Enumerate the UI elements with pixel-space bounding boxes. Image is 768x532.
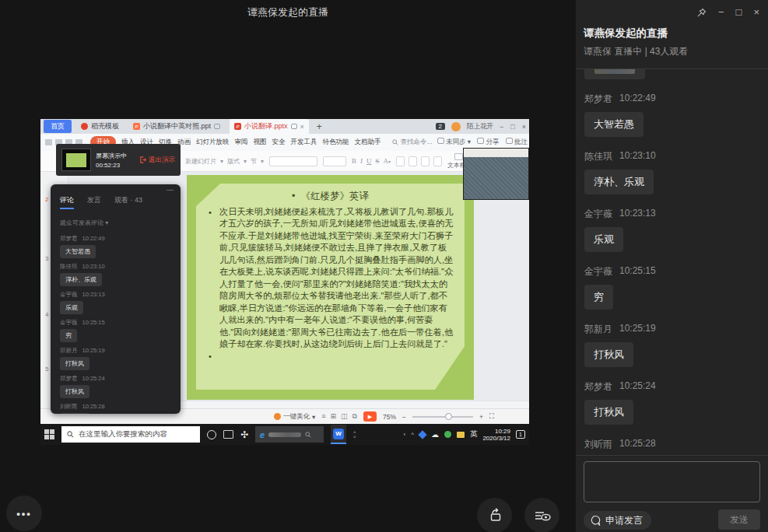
wps-active-tab[interactable]: P 小说翻译.pptx × <box>230 119 309 134</box>
taskbar-search-box[interactable]: 在这里输入你要搜索的内容 <box>61 426 200 443</box>
chat-bubble: 大智若愚 <box>584 112 644 137</box>
minimize-icon[interactable]: − <box>718 7 724 18</box>
zoom-out-icon[interactable]: − <box>402 413 406 421</box>
tray-app-icon[interactable] <box>418 430 426 439</box>
strikethrough-button[interactable]: S <box>376 157 380 165</box>
folder-tray-icon[interactable] <box>457 432 465 438</box>
chat-message-meta: 陈佳琪10:23:10 <box>584 150 759 163</box>
tab-close-icon[interactable]: × <box>300 123 304 131</box>
zoom-slider-knob[interactable] <box>445 413 452 420</box>
wps-maximize-icon[interactable]: □ <box>510 123 514 131</box>
ime-indicator[interactable]: 英 <box>470 429 478 439</box>
chat-message-meta: 刘昕雨10:25:28 <box>584 438 759 451</box>
beautify-button[interactable]: 一键美化 ▾ <box>274 412 315 422</box>
fullscreen-icon[interactable]: ⛶ <box>489 412 494 421</box>
task-view-icon[interactable] <box>223 430 233 439</box>
cloud-tray-icon[interactable]: ☁ <box>431 430 439 439</box>
cortana-icon[interactable] <box>207 430 216 439</box>
new-tab-button[interactable]: + <box>314 121 325 132</box>
share-button[interactable]: 分享 <box>477 138 499 147</box>
comment-permission[interactable]: 观众可发表评论 ▾ <box>60 219 171 227</box>
notification-center-icon[interactable]: 1 <box>516 430 525 439</box>
chat-sender-name: 金宇薇 <box>584 208 612 221</box>
view-read-icon[interactable]: ◫ <box>341 412 348 421</box>
send-button[interactable]: 发送 <box>718 509 760 530</box>
edge-search-box[interactable]: e <box>255 426 324 443</box>
wps-doc-tab[interactable]: P 小说翻译中英对照.ppt <box>128 120 225 133</box>
screen-share-video: 首页 稻壳模板 P 小说翻译中英对照.ppt P 小说翻译.pptx × + 2… <box>40 119 529 445</box>
rotate-screen-button[interactable] <box>477 498 512 532</box>
webcam-video <box>463 148 529 200</box>
slide-thumbnail-number[interactable]: 2 <box>45 196 48 203</box>
paragraph-icons[interactable] <box>396 156 442 166</box>
wps-menu-item[interactable]: 文档助手 <box>355 138 381 147</box>
tab-viewers[interactable]: 观看 · 43 <box>114 195 142 209</box>
bold-button[interactable]: B <box>352 157 356 165</box>
pinwheel-app-icon[interactable]: ✣ <box>240 429 248 440</box>
share-icon <box>477 138 484 144</box>
zoom-level: 75% <box>383 413 396 421</box>
italic-button[interactable]: I <box>360 157 363 165</box>
tab-speak[interactable]: 发言 <box>87 195 101 209</box>
chat-message: 郑梦君10:22:49大智若愚 <box>584 93 759 137</box>
wps-docer-tab[interactable]: 稻壳模板 <box>76 120 124 133</box>
exit-presentation-button[interactable]: 退出演示 <box>139 156 175 165</box>
underline-button[interactable]: U <box>366 157 372 165</box>
wps-close-icon[interactable]: × <box>522 123 526 131</box>
view-grid-icon[interactable]: ⊞ <box>331 412 337 421</box>
wps-menu-item[interactable]: 视图 <box>254 138 267 147</box>
tray-expand-icon[interactable]: ^ <box>411 431 414 438</box>
view-split-icon[interactable]: ⧉ <box>352 412 357 421</box>
maximize-icon[interactable]: □ <box>736 7 742 18</box>
viewer-list-button[interactable] <box>524 498 559 532</box>
close-icon[interactable]: × <box>753 7 759 18</box>
search-icon <box>305 432 311 438</box>
comment-button[interactable]: 批注 <box>506 138 528 147</box>
font-size-box[interactable] <box>323 156 346 166</box>
start-button[interactable] <box>44 429 54 439</box>
overlay-chat-bubble: 打秋风 <box>60 385 89 398</box>
sync-status[interactable]: 未同步 ▾ <box>437 138 472 147</box>
slideshow-play-button[interactable]: ▶ <box>363 411 377 422</box>
chat-list[interactable]: 郑梦君10:22:49大智若愚陈佳琪10:23:10淳朴、乐观金宇薇10:23:… <box>576 69 768 455</box>
wps-menu-item[interactable]: 审阅 <box>235 138 248 147</box>
wps-minimize-icon[interactable]: − <box>500 123 503 131</box>
wps-menu-item[interactable]: 特色功能 <box>323 138 349 147</box>
font-name-box[interactable] <box>269 156 317 166</box>
blurred-text <box>268 432 301 437</box>
more-options-button[interactable]: ••• <box>6 495 42 531</box>
overlay-chat-meta: 金宇薇10:23:13 <box>60 291 171 299</box>
slide-thumbnail-number[interactable]: 4 <box>45 311 48 318</box>
wps-menu-item[interactable]: 开发工具 <box>291 138 317 147</box>
find-command[interactable]: 查找命令... <box>392 138 433 147</box>
zoom-in-icon[interactable]: + <box>479 413 483 421</box>
wps-menu-item[interactable]: 安全 <box>272 138 286 147</box>
panel-minimize-icon[interactable]: — <box>167 186 174 194</box>
taskbar-clock[interactable]: 10:29 2020/3/12 <box>482 428 510 442</box>
wps-menu-item[interactable]: 幻灯片放映 <box>196 138 230 147</box>
font-color-button[interactable]: A▾ <box>384 157 391 165</box>
tray-green-icon[interactable] <box>444 431 451 438</box>
slide-thumbnail-number[interactable]: 3 <box>45 255 48 262</box>
wps-taskbar-icon[interactable]: W <box>331 425 346 444</box>
scroll-down-icon[interactable]: ˅ <box>353 435 356 439</box>
slide-thumbnail-number[interactable]: 5 <box>45 366 48 373</box>
request-speak-button[interactable]: 申请发言 <box>584 511 651 530</box>
slide-buttons[interactable]: 新建幻灯片▾ 版式▾ 节▾ <box>185 157 264 166</box>
tab-comments[interactable]: 评论 <box>60 195 74 209</box>
wps-avatar <box>451 122 461 131</box>
chat-bubble: 穷 <box>584 285 613 310</box>
pin-icon[interactable] <box>696 8 707 18</box>
chat-message-meta: 郑梦君10:25:24 <box>584 380 759 394</box>
wps-home-tab[interactable]: 首页 <box>44 120 72 133</box>
chat-input[interactable] <box>584 461 760 502</box>
comment-icon <box>506 138 513 144</box>
docer-icon <box>81 123 88 130</box>
zoom-slider[interactable] <box>412 416 473 418</box>
overlay-chat-message: 金宇薇10:25:15穷 <box>60 319 171 342</box>
tray-collapse-icon[interactable]: ‹ <box>403 431 405 438</box>
chat-bubble: 打秋风 <box>584 342 633 367</box>
view-normal-icon[interactable]: ≡ <box>321 412 325 421</box>
slide-content-shape: • 《红楼梦》英译 • 次日天未明,刘姥姥便起来梳洗了,又将板儿教训了几句.那板… <box>196 184 465 390</box>
chat-timestamp: 10:25:28 <box>619 438 656 451</box>
